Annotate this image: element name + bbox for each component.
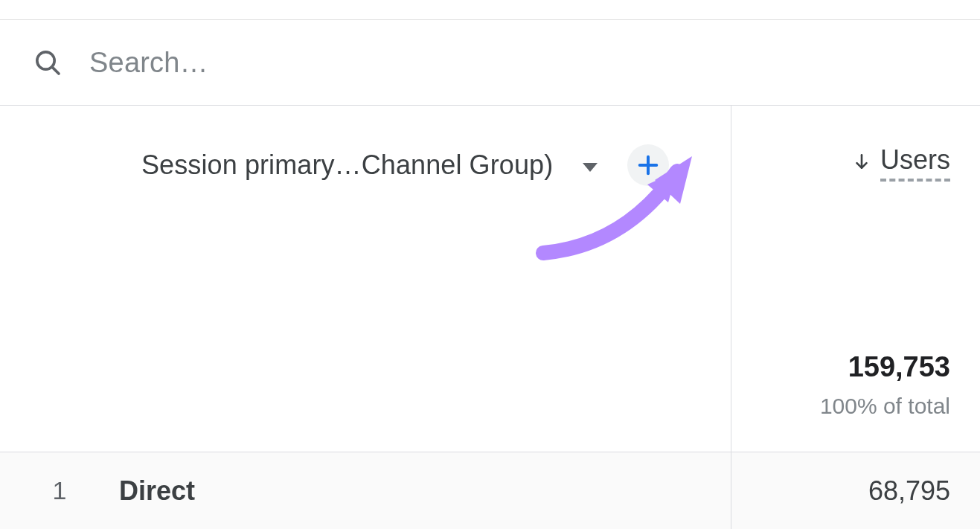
row-metric-value: 68,795 bbox=[731, 475, 980, 507]
add-dimension-button[interactable] bbox=[627, 144, 669, 186]
search-icon bbox=[30, 45, 65, 80]
dimension-selector[interactable]: Session primary…Channel Group) bbox=[141, 144, 719, 186]
dimension-header-cell: Session primary…Channel Group) bbox=[0, 106, 731, 452]
sort-desc-icon bbox=[852, 152, 871, 174]
plus-icon bbox=[637, 154, 659, 176]
row-dimension-value: Direct bbox=[119, 475, 195, 507]
search-bar bbox=[0, 20, 980, 105]
metric-header-cell: Users 159,753 100% of total bbox=[731, 106, 980, 452]
metric-name-label: Users bbox=[880, 144, 950, 182]
search-input[interactable] bbox=[89, 47, 685, 79]
metric-total-value: 159,753 bbox=[820, 351, 950, 383]
metric-sort-header[interactable]: Users bbox=[852, 144, 950, 182]
metric-total-subtext: 100% of total bbox=[820, 394, 950, 419]
chevron-down-icon[interactable] bbox=[583, 163, 598, 172]
metric-total: 159,753 100% of total bbox=[820, 351, 950, 419]
table-row[interactable]: 1 Direct 68,795 bbox=[0, 452, 980, 529]
svg-line-1 bbox=[52, 67, 59, 74]
dimension-label: Session primary…Channel Group) bbox=[141, 150, 553, 181]
row-index: 1 bbox=[0, 476, 119, 505]
table-header-row: Session primary…Channel Group) Users 159… bbox=[0, 106, 980, 452]
